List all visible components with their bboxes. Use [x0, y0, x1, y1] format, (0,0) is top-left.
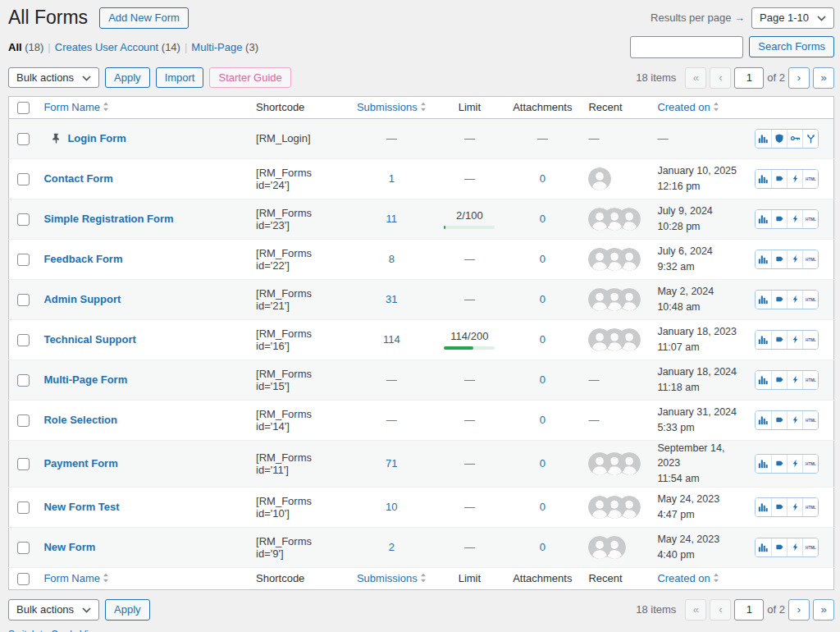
form-name-link[interactable]: New Form: [43, 541, 95, 553]
select-all-checkbox[interactable]: [17, 573, 30, 585]
submissions-link[interactable]: 114: [383, 333, 400, 346]
row-action-shield-icon[interactable]: [771, 130, 787, 148]
row-action-lightning-icon[interactable]: [787, 210, 802, 228]
row-action-bar-chart-icon[interactable]: [756, 291, 771, 309]
row-checkbox[interactable]: [17, 133, 30, 145]
row-checkbox[interactable]: [17, 458, 30, 470]
row-action-tag-icon[interactable]: [771, 291, 787, 309]
form-name-link[interactable]: Technical Support: [43, 333, 135, 346]
row-checkbox[interactable]: [17, 213, 30, 226]
row-action-lightning-icon[interactable]: [787, 411, 802, 429]
current-page-input[interactable]: 1: [734, 599, 764, 621]
row-action-bar-chart-icon[interactable]: [756, 538, 771, 556]
row-action-html-icon[interactable]: HTML: [802, 411, 818, 429]
attachments-link[interactable]: 0: [540, 414, 546, 426]
column-header-submissions[interactable]: Submissions: [349, 567, 435, 589]
column-header-created-on[interactable]: Created on: [649, 567, 746, 589]
row-action-tag-icon[interactable]: [771, 498, 787, 516]
row-action-bar-chart-icon[interactable]: [756, 130, 771, 148]
submissions-link[interactable]: 71: [386, 457, 397, 469]
column-header-created-on[interactable]: Created on: [649, 96, 746, 118]
row-action-bar-chart-icon[interactable]: [756, 170, 771, 188]
switch-to-cards-view-link[interactable]: Switch to Cards View: [8, 629, 101, 632]
row-action-bar-chart-icon[interactable]: [756, 371, 771, 389]
first-page-button[interactable]: «: [685, 599, 706, 621]
form-name-link[interactable]: New Form Test: [43, 501, 119, 513]
column-header-submissions[interactable]: Submissions: [349, 96, 435, 118]
row-action-tag-icon[interactable]: [771, 250, 787, 268]
form-name-link[interactable]: Role Selection: [43, 414, 117, 426]
apply-button-bottom[interactable]: Apply: [105, 599, 150, 621]
row-action-lightning-icon[interactable]: [787, 170, 802, 188]
submissions-link[interactable]: 8: [389, 253, 395, 265]
next-page-button[interactable]: ›: [788, 67, 810, 89]
row-checkbox[interactable]: [17, 374, 30, 387]
row-action-key-icon[interactable]: [787, 130, 802, 148]
form-name-link[interactable]: Payment Form: [43, 457, 117, 469]
row-action-lightning-icon[interactable]: [787, 455, 802, 473]
row-action-html-icon[interactable]: HTML: [802, 170, 818, 188]
row-checkbox[interactable]: [17, 414, 30, 427]
row-action-html-icon[interactable]: HTML: [802, 498, 818, 516]
row-action-branch-icon[interactable]: [802, 130, 818, 148]
row-checkbox[interactable]: [17, 542, 30, 554]
column-header-form-name[interactable]: Form Name: [35, 567, 248, 589]
last-page-button[interactable]: »: [813, 599, 834, 621]
attachments-link[interactable]: 0: [540, 501, 546, 513]
row-action-bar-chart-icon[interactable]: [756, 411, 771, 429]
row-action-html-icon[interactable]: HTML: [802, 371, 818, 389]
submissions-link[interactable]: 10: [386, 501, 397, 513]
row-action-html-icon[interactable]: HTML: [802, 291, 818, 309]
row-action-lightning-icon[interactable]: [787, 538, 802, 556]
row-action-tag-icon[interactable]: [771, 170, 787, 188]
prev-page-button[interactable]: ‹: [710, 67, 731, 89]
first-page-button[interactable]: «: [685, 67, 706, 89]
submissions-link[interactable]: 11: [386, 213, 398, 225]
current-page-input[interactable]: 1: [734, 67, 764, 89]
starter-guide-button[interactable]: Starter Guide: [209, 67, 290, 89]
form-name-link[interactable]: Simple Registration Form: [43, 213, 173, 225]
row-action-bar-chart-icon[interactable]: [756, 210, 771, 228]
attachments-link[interactable]: 0: [540, 373, 546, 386]
row-action-lightning-icon[interactable]: [787, 498, 802, 516]
row-action-html-icon[interactable]: HTML: [802, 250, 818, 268]
form-name-link[interactable]: Admin Support: [43, 293, 121, 305]
row-action-html-icon[interactable]: HTML: [802, 538, 818, 556]
row-action-lightning-icon[interactable]: [787, 291, 802, 309]
row-checkbox[interactable]: [17, 334, 30, 346]
attachments-link[interactable]: 0: [540, 541, 546, 553]
search-forms-button[interactable]: Search Forms: [749, 36, 834, 57]
row-action-html-icon[interactable]: HTML: [802, 331, 818, 349]
attachments-link[interactable]: 0: [540, 293, 546, 305]
row-action-tag-icon[interactable]: [771, 371, 787, 389]
select-all-checkbox[interactable]: [17, 102, 30, 114]
attachments-link[interactable]: 0: [540, 253, 546, 265]
row-action-lightning-icon[interactable]: [787, 250, 802, 268]
form-name-link[interactable]: Feedback Form: [43, 253, 122, 265]
row-action-lightning-icon[interactable]: [787, 331, 802, 349]
filter-link-multi-page[interactable]: Multi-Page (3): [191, 41, 258, 53]
search-input[interactable]: [630, 36, 743, 58]
row-action-tag-icon[interactable]: [771, 455, 787, 473]
submissions-link[interactable]: 2: [389, 541, 395, 553]
attachments-link[interactable]: 0: [540, 213, 546, 225]
bulk-actions-select-bottom[interactable]: Bulk actions: [8, 599, 99, 621]
row-checkbox[interactable]: [17, 254, 30, 266]
submissions-link[interactable]: 31: [386, 293, 397, 305]
row-checkbox[interactable]: [17, 294, 30, 306]
prev-page-button[interactable]: ‹: [710, 599, 731, 621]
row-action-bar-chart-icon[interactable]: [756, 250, 771, 268]
row-action-tag-icon[interactable]: [771, 210, 787, 228]
row-action-tag-icon[interactable]: [771, 331, 787, 349]
filter-link-creates-user-account[interactable]: Creates User Account (14): [55, 41, 180, 53]
apply-button[interactable]: Apply: [105, 67, 150, 89]
last-page-button[interactable]: »: [813, 67, 834, 89]
row-action-bar-chart-icon[interactable]: [756, 331, 771, 349]
add-new-form-button[interactable]: Add New Form: [99, 7, 189, 29]
row-action-html-icon[interactable]: HTML: [802, 455, 818, 473]
row-action-bar-chart-icon[interactable]: [756, 455, 771, 473]
submissions-link[interactable]: 1: [389, 172, 395, 185]
row-action-bar-chart-icon[interactable]: [756, 498, 771, 516]
column-header-form-name[interactable]: Form Name: [35, 96, 248, 118]
bulk-actions-select[interactable]: Bulk actions: [8, 67, 99, 89]
